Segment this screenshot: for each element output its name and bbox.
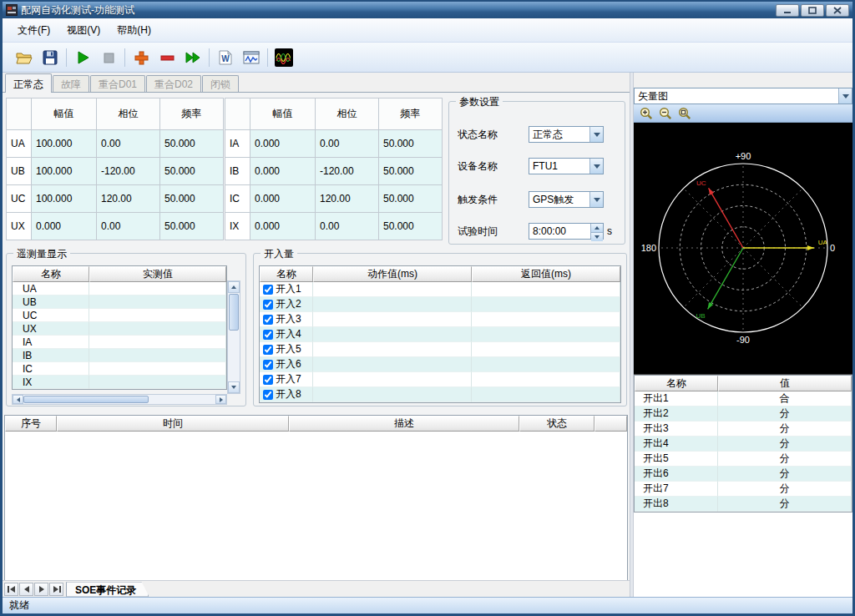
spin-down-icon[interactable] — [591, 232, 603, 241]
chevron-down-icon[interactable] — [589, 192, 603, 207]
first-record-button[interactable] — [4, 583, 18, 596]
app-icon — [6, 4, 18, 16]
run-all-button[interactable] — [181, 46, 205, 68]
output-name: 开出8 — [635, 497, 718, 512]
event-table-body[interactable] — [5, 432, 627, 580]
phase-cell[interactable]: -120.00 — [316, 158, 379, 185]
tab-reclose-d02[interactable]: 重合D02 — [146, 75, 201, 92]
state-name-combo[interactable]: 正常态 — [529, 126, 604, 143]
view-selector-combo[interactable]: 矢量图 — [634, 88, 852, 104]
input-checkbox[interactable] — [263, 390, 273, 400]
output-name: 开出1 — [635, 391, 718, 406]
tab-reclose-d01[interactable]: 重合D01 — [90, 75, 145, 92]
scope-button[interactable] — [240, 46, 263, 68]
zoom-fit-button[interactable] — [677, 106, 691, 120]
phase-cell[interactable]: 120.00 — [97, 185, 160, 213]
chevron-down-icon[interactable] — [589, 159, 603, 174]
telemetry-value — [89, 349, 226, 362]
frequency-cell[interactable]: 50.000 — [160, 213, 224, 240]
scrollbar-thumb[interactable] — [23, 396, 149, 403]
horizontal-scrollbar[interactable] — [12, 394, 227, 405]
add-state-button[interactable] — [129, 46, 153, 68]
tab-normal-state[interactable]: 正常态 — [5, 73, 52, 93]
return-value-cell — [472, 282, 620, 297]
phase-cell[interactable]: 0.00 — [316, 130, 379, 158]
test-time-spinner[interactable]: 8:00:00 — [529, 223, 604, 240]
digital-output-table: 名称 值 开出1合 开出2分 开出3分 开出4分 开出5分 开出6分 开出7分 … — [634, 375, 852, 512]
last-record-button[interactable] — [49, 583, 63, 596]
scroll-up-button[interactable] — [228, 281, 240, 293]
phase-cell[interactable]: 120.00 — [316, 185, 379, 213]
word-report-button[interactable]: W — [214, 46, 237, 68]
telemetry-row: UB — [13, 295, 226, 309]
amplitude-cell[interactable]: 0.000 — [250, 185, 316, 213]
remove-state-button[interactable] — [155, 46, 179, 68]
row-label: UX — [7, 213, 32, 240]
digital-input-group: 开入量 名称 动作值(ms) 返回值(ms) 开入1 开入2 开入3 开入4 — [253, 253, 627, 406]
stop-button[interactable] — [97, 46, 120, 68]
name-header: 名称 — [13, 266, 89, 282]
tab-soe-events[interactable]: SOE事件记录 — [66, 582, 149, 597]
scroll-right-button[interactable] — [215, 395, 226, 404]
amplitude-cell[interactable]: 100.000 — [32, 130, 97, 158]
amplitude-cell[interactable]: 100.000 — [32, 185, 97, 213]
scroll-left-button[interactable] — [13, 395, 23, 404]
frequency-cell[interactable]: 50.000 — [160, 158, 224, 185]
frequency-cell[interactable]: 50.000 — [160, 185, 224, 213]
open-button[interactable] — [13, 46, 36, 68]
save-button[interactable] — [38, 46, 62, 68]
start-button[interactable] — [71, 46, 94, 68]
spin-up-icon[interactable] — [591, 224, 603, 232]
zoom-out-button[interactable] — [658, 106, 672, 120]
svg-text:0: 0 — [830, 243, 835, 253]
menu-view[interactable]: 视图(V) — [58, 20, 109, 41]
action-value-cell — [313, 357, 472, 372]
phase-cell[interactable]: -120.00 — [97, 158, 160, 185]
trigger-condition-combo[interactable]: GPS触发 — [529, 191, 604, 208]
waveform-button[interactable] — [272, 46, 296, 68]
telemetry-name: UX — [13, 322, 89, 336]
amplitude-cell[interactable]: 0.000 — [32, 213, 97, 240]
phase-cell[interactable]: 0.00 — [97, 213, 160, 240]
menu-file[interactable]: 文件(F) — [9, 20, 58, 41]
zoom-in-button[interactable] — [639, 106, 653, 120]
vertical-scrollbar[interactable] — [227, 280, 240, 394]
phase-cell[interactable]: 0.00 — [97, 130, 160, 158]
input-checkbox[interactable] — [263, 375, 273, 385]
title-bar: 配网自动化测试-功能测试 — [3, 2, 852, 18]
next-record-button[interactable] — [34, 583, 48, 596]
frequency-cell[interactable]: 50.000 — [379, 158, 443, 185]
scroll-down-button[interactable] — [228, 381, 240, 393]
menu-help[interactable]: 帮助(H) — [109, 20, 159, 41]
minimize-button[interactable] — [776, 4, 799, 17]
frequency-cell[interactable]: 50.000 — [379, 130, 443, 158]
phase-cell[interactable]: 0.00 — [316, 213, 379, 240]
scrollbar-thumb[interactable] — [229, 294, 239, 331]
input-checkbox[interactable] — [263, 360, 273, 370]
tab-lockout[interactable]: 闭锁 — [202, 75, 239, 92]
input-checkbox[interactable] — [263, 315, 273, 325]
frequency-cell[interactable]: 50.000 — [379, 213, 443, 240]
close-button[interactable] — [826, 4, 849, 17]
device-name-combo[interactable]: FTU1 — [529, 158, 604, 174]
input-label: 开入1 — [276, 282, 301, 296]
tab-fault[interactable]: 故障 — [53, 75, 89, 92]
input-checkbox[interactable] — [263, 345, 273, 355]
amplitude-cell[interactable]: 0.000 — [250, 213, 316, 240]
input-checkbox[interactable] — [263, 285, 273, 295]
output-name: 开出6 — [635, 467, 718, 482]
state-name-label: 状态名称 — [458, 128, 529, 142]
amplitude-cell[interactable]: 100.000 — [32, 158, 97, 185]
chevron-down-icon[interactable] — [838, 88, 852, 104]
input-label: 开入8 — [276, 387, 301, 401]
menu-bar: 文件(F) 视图(V) 帮助(H) — [3, 18, 852, 43]
input-checkbox[interactable] — [263, 330, 273, 340]
prev-record-button[interactable] — [19, 583, 33, 596]
frequency-cell[interactable]: 50.000 — [379, 185, 443, 213]
input-checkbox[interactable] — [263, 300, 273, 310]
amplitude-cell[interactable]: 0.000 — [250, 130, 316, 158]
frequency-cell[interactable]: 50.000 — [160, 130, 224, 158]
maximize-button[interactable] — [801, 4, 824, 17]
amplitude-cell[interactable]: 0.000 — [250, 158, 316, 185]
chevron-down-icon[interactable] — [589, 127, 603, 142]
